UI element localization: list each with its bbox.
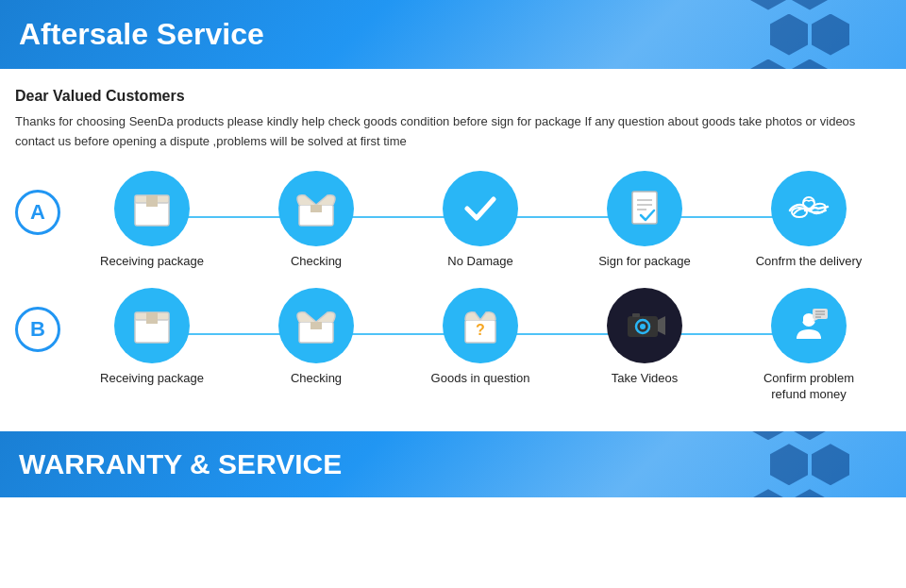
icon-circle — [607, 288, 682, 363]
step-label: No Damage — [447, 254, 512, 270]
svg-rect-17 — [146, 318, 158, 324]
step-b-support: Confirm problemrefund money — [727, 288, 891, 403]
svg-text:?: ? — [476, 322, 485, 338]
step-label: Confirm problemrefund money — [763, 371, 854, 403]
flow-steps-b: Receiving package Checking — [70, 288, 891, 403]
page-title: Aftersale Service — [19, 17, 887, 52]
step-a-receiving: Receiving package — [70, 171, 234, 270]
box-closed-icon-b — [127, 301, 176, 350]
icon-circle — [607, 171, 682, 246]
box-open-icon — [292, 184, 341, 233]
step-label: Checking — [291, 254, 342, 270]
support-icon — [784, 301, 833, 350]
svg-rect-19 — [310, 322, 322, 329]
step-label: Receiving package — [100, 371, 204, 387]
svg-rect-5 — [310, 205, 322, 212]
hex-decoration — [791, 431, 829, 440]
letter-badge-b: B — [15, 307, 60, 352]
icon-circle — [278, 171, 354, 246]
box-closed-icon — [127, 184, 176, 233]
flow-steps-a: Receiving package Checking — [70, 171, 891, 270]
footer-title: WARRANTY & SERVICE — [19, 448, 887, 480]
header-section: Aftersale Service — [0, 0, 906, 69]
question-box-icon: ? — [456, 301, 505, 350]
step-label: Goods in question — [431, 371, 530, 387]
flow-section-b: B Receiving package — [15, 288, 891, 403]
step-label: Receiving package — [100, 254, 204, 270]
checkmark-icon — [456, 184, 505, 233]
letter-badge-a: A — [15, 190, 60, 235]
hex-decoration — [749, 489, 787, 497]
content-section: Dear Valued Customers Thanks for choosin… — [0, 69, 906, 431]
flow-section-a: A Receiving package — [15, 171, 891, 270]
step-b-receiving: Receiving package — [70, 288, 234, 387]
icon-circle — [278, 288, 354, 363]
step-a-sign: Sign for package — [562, 171, 727, 270]
step-label: Sign for package — [598, 254, 691, 270]
step-b-checking: Checking — [234, 288, 398, 387]
icon-circle — [771, 171, 847, 246]
svg-rect-28 — [800, 317, 803, 322]
document-check-icon — [620, 184, 669, 233]
step-label: Take Videos — [612, 371, 679, 387]
svg-point-25 — [640, 324, 646, 329]
step-a-checking: Checking — [234, 171, 398, 270]
step-a-confirm: Confrm the delivery — [727, 171, 891, 270]
footer-section: WARRANTY & SERVICE — [0, 431, 906, 497]
hex-decoration — [791, 59, 829, 70]
step-label: Confrm the delivery — [756, 254, 863, 270]
step-b-question: ? Goods in question — [398, 288, 562, 387]
icon-circle — [771, 288, 847, 363]
hex-decoration — [749, 59, 787, 70]
step-a-nodamage: No Damage — [398, 171, 562, 270]
description-text: Thanks for choosing SeenDa products plea… — [15, 112, 891, 152]
svg-rect-26 — [632, 313, 640, 317]
handshake-icon — [784, 184, 833, 233]
step-b-camera: Take Videos — [562, 288, 727, 387]
hex-decoration — [791, 0, 829, 10]
box-open-icon-b — [292, 301, 341, 350]
svg-rect-3 — [146, 201, 158, 207]
icon-circle — [114, 171, 190, 246]
step-label: Checking — [291, 371, 342, 387]
hex-decoration — [749, 0, 787, 10]
icon-circle — [443, 171, 518, 246]
svg-marker-23 — [658, 316, 665, 335]
hex-decoration — [749, 431, 787, 440]
dear-title: Dear Valued Customers — [15, 88, 891, 105]
camera-icon — [620, 301, 669, 350]
icon-circle: ? — [443, 288, 518, 363]
icon-circle — [114, 288, 190, 363]
hex-decoration — [791, 489, 829, 497]
